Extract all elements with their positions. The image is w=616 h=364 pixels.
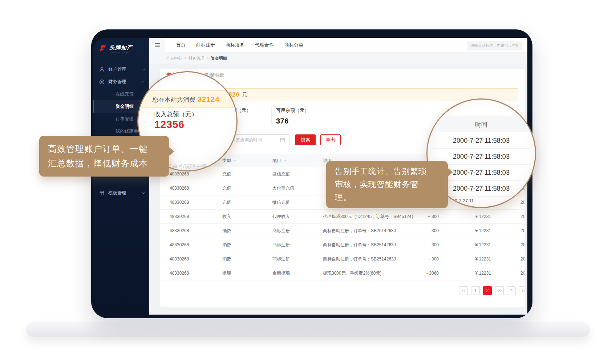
nav-tab-trademark-register[interactable]: 商标注册 — [196, 42, 215, 48]
magnified-notice-text: 您在本站共消费32124 — [152, 95, 220, 104]
notice-suffix: 元 — [242, 92, 247, 98]
template-icon — [99, 190, 105, 196]
cell-project: 支付宝充值 — [272, 181, 294, 195]
sidebar-item-label: 模板管理 — [108, 190, 138, 196]
cell-time: 2000-7-27 11:58:03 — [520, 238, 524, 252]
cell-desc: 商标自助注册，订单号：SB2514263J — [323, 238, 396, 252]
cell-order: 48330268 — [170, 181, 189, 195]
cell-amount: - 300 — [400, 224, 439, 238]
top-navbar: 首页 商标注册 商标服务 代理合作 商标分类 — [149, 38, 527, 53]
page-button-2[interactable]: 2 — [483, 286, 492, 295]
col-type[interactable]: 类型 — [222, 154, 235, 167]
cell-time: 2000-7-27 11:58:03 — [520, 210, 524, 224]
magnified-time-row: 2000-7-27 11:58:03 — [427, 153, 535, 161]
breadcrumb-item[interactable]: 财务管理 — [189, 56, 204, 61]
breadcrumb-separator: > — [207, 56, 209, 60]
callout-text-line: 理。 — [335, 191, 448, 204]
page-button-3[interactable]: 3 — [495, 286, 504, 295]
search-button[interactable]: 搜索 — [295, 134, 316, 145]
cell-project: 商标注册 — [272, 238, 290, 252]
hamburger-icon — [155, 43, 160, 47]
cell-order: 48330268 — [170, 224, 189, 238]
cell-desc: 商标自助注册，订单号：SB2514263J — [323, 252, 396, 266]
page-button-5[interactable]: 5 — [519, 286, 524, 295]
chevron-down-icon — [142, 67, 145, 70]
cell-time: 2000-7-27 11:58:03 — [520, 195, 524, 210]
cell-project: 余额提现 — [272, 266, 290, 280]
sort-chevron-icon — [283, 159, 286, 161]
cell-project: 商标注册 — [272, 252, 290, 266]
cell-amount: - 3060 — [400, 266, 439, 280]
brand-logo: 头牌知产 TOUPAI.COM — [93, 38, 149, 54]
cell-amount: - 300 — [400, 238, 439, 252]
sidebar-item-finance[interactable]: 财务管理 — [93, 76, 149, 88]
top-nav-tabs: 首页 商标注册 商标服务 代理合作 商标分类 — [176, 42, 303, 48]
cell-balance: ¥ 12231 — [454, 238, 491, 252]
cell-project: 代理收入 — [272, 210, 290, 224]
nav-tab-home[interactable]: 首页 — [176, 42, 186, 48]
page-background: 头牌知产 TOUPAI.COM 账户管理 — [0, 0, 616, 364]
table-row: 48330268 消费 商标注册 商标自助注册，订单号：SB2514263J -… — [160, 252, 524, 266]
cell-project: 微信充值 — [272, 195, 290, 210]
calendar-icon — [280, 137, 285, 144]
cell-amount: + 300 — [400, 210, 439, 224]
trademark-search-input[interactable] — [467, 41, 522, 50]
breadcrumb-separator: > — [184, 56, 186, 60]
user-icon — [99, 67, 105, 72]
cell-time: 2000-7-27 11:58:03 — [520, 252, 524, 266]
cell-balance: ¥ 12231 — [454, 266, 491, 280]
cell-balance: ¥ 12231 — [454, 210, 491, 224]
magnified-stat-label: 收入总额（元） — [154, 110, 198, 118]
cell-balance: ¥ 12231 — [454, 224, 491, 238]
cell-project: 微信充值 — [272, 167, 290, 181]
col-project[interactable]: 项目 — [272, 154, 285, 167]
cell-balance: ¥ 12231 — [454, 252, 491, 266]
row-separator — [432, 148, 531, 149]
callout-text-line: 汇总数据，降低财务成本 — [48, 156, 169, 171]
nav-tab-trademark-class[interactable]: 商标分类 — [284, 42, 303, 48]
export-button[interactable]: 导出 — [320, 134, 341, 145]
magnified-time-header: 时间 — [426, 121, 536, 129]
cell-type: 充值 — [222, 195, 231, 210]
sidebar-item-label: 财务管理 — [108, 79, 138, 85]
cell-type: 消费 — [222, 224, 231, 238]
sidebar-item-account[interactable]: 账户管理 — [93, 63, 149, 76]
page-button-1[interactable]: 1 — [471, 286, 480, 295]
stat-divider — [271, 108, 272, 125]
magnified-time-row: 2000-7-27 11:58:03 — [427, 137, 535, 145]
prev-page-button[interactable]: < — [459, 286, 468, 295]
chevron-up-icon — [141, 81, 144, 84]
cell-type: 充值 — [222, 167, 231, 181]
sidebar-item-label: 账户管理 — [108, 66, 138, 73]
cell-order: 48330268 — [170, 252, 189, 266]
cell-amount: - 300 — [400, 252, 439, 266]
cell-order: 48330268 — [170, 266, 189, 280]
sidebar-item-recharge[interactable]: 在线充值 — [93, 88, 149, 100]
brand-logo-icon — [99, 44, 107, 54]
table-row: 48330268 收入 代理收入 代理提成300元（ID:1245，订单号：SB… — [160, 210, 524, 224]
sidebar-item-template[interactable]: 模板管理 — [93, 187, 149, 199]
breadcrumb-item[interactable]: 个人中心 — [166, 56, 182, 61]
menu-toggle-button[interactable] — [149, 38, 165, 53]
nav-tab-trademark-service[interactable]: 商标服务 — [226, 42, 244, 48]
stat-label: 可用余额（元） — [276, 107, 309, 114]
chevron-down-icon — [142, 191, 145, 194]
callout-left: 高效管理账户订单、一键 汇总数据，降低财务成本 — [39, 136, 169, 177]
nav-tab-agency[interactable]: 代理合作 — [255, 42, 274, 48]
stat-balance: 可用余额（元） 376 — [276, 107, 309, 125]
cell-time: 2000-7-27 11:58:03 — [520, 266, 524, 280]
cell-type: 充值 — [222, 181, 231, 195]
callout-arrow-icon — [169, 147, 174, 156]
cell-order: 48330268 — [170, 238, 189, 252]
magnified-stat-value: 12356 — [154, 119, 185, 130]
page-button-4[interactable]: 4 — [507, 286, 516, 295]
callout-arrow-icon — [447, 167, 453, 177]
laptop-base — [26, 322, 590, 337]
callout-text-line: 高效管理账户订单、一键 — [48, 142, 169, 156]
cell-order: 48330268 — [170, 210, 189, 224]
finance-icon — [99, 79, 105, 85]
cell-time: 2000-7-27 11:58:03 — [520, 224, 524, 238]
stat-value: 376 — [276, 117, 309, 125]
magnified-table-header: 订单号/说明关键 — [167, 163, 206, 170]
cell-type: 消费 — [222, 252, 231, 266]
